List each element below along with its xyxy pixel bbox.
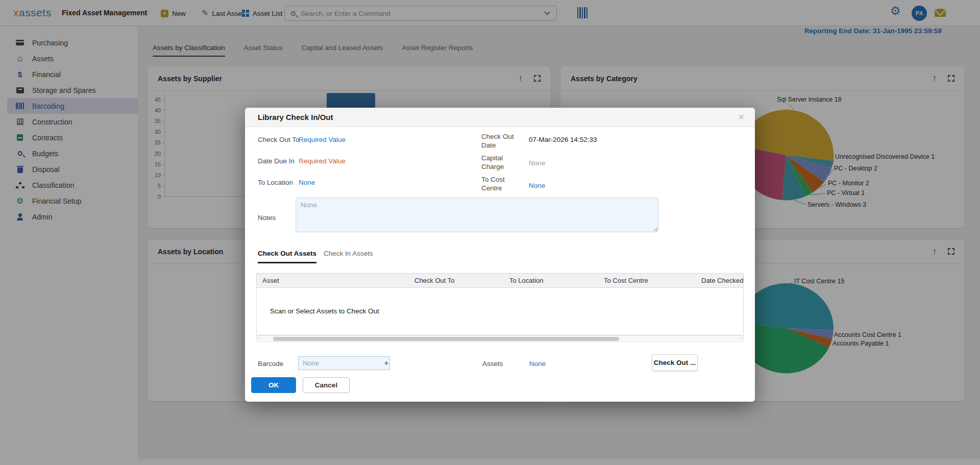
barcode-input[interactable] (298, 356, 390, 370)
column-to-cost-centre: To Cost Centre (598, 274, 696, 287)
to-cost-centre-value[interactable]: None (529, 182, 545, 189)
check-out-to-value[interactable]: Required Value (299, 136, 346, 143)
capital-charge-label: Capital Charge (481, 154, 523, 171)
notes-label: Notes (258, 214, 276, 222)
column-date-checked-out: Date Checked Out (696, 274, 743, 287)
scrollbar-thumb[interactable] (273, 337, 619, 341)
scroll-right-icon[interactable]: › (740, 336, 742, 341)
to-cost-centre-label: To Cost Centre (481, 175, 523, 192)
dialog-title: Library Check In/Out (258, 113, 333, 121)
check-out-date-value: 07-Mar-2026 14:52:33 (529, 136, 597, 143)
ok-button[interactable]: OK (251, 377, 296, 393)
assets-label: Assets (482, 360, 503, 368)
check-out-assets-table: Asset Check Out To To Location To Cost C… (256, 273, 744, 335)
to-location-value[interactable]: None (299, 179, 315, 186)
page: xassets Fixed Asset Management New ✎ Las… (0, 0, 980, 465)
table-header-row: Asset Check Out To To Location To Cost C… (257, 274, 743, 288)
spinner-icon[interactable] (384, 358, 388, 369)
tab-check-in-assets[interactable]: Check In Assets (324, 250, 373, 263)
library-check-in-out-dialog: Library Check In/Out ✕ Check Out To Requ… (245, 108, 755, 402)
barcode-label: Barcode (258, 360, 283, 368)
horizontal-scrollbar[interactable]: ‹ › (256, 335, 744, 342)
column-check-out-to: Check Out To (409, 274, 504, 287)
capital-charge-value: None (529, 159, 545, 167)
column-asset: Asset (257, 274, 409, 287)
cancel-button[interactable]: Cancel (303, 377, 350, 393)
tab-check-out-assets[interactable]: Check Out Assets (258, 250, 316, 263)
assets-value[interactable]: None (529, 360, 546, 368)
column-to-location: To Location (504, 274, 598, 287)
to-location-label: To Location (258, 179, 293, 186)
check-out-button[interactable]: Check Out ... (652, 354, 698, 371)
dialog-titlebar: Library Check In/Out ✕ (245, 108, 755, 127)
date-due-in-value[interactable]: Required Value (299, 157, 346, 165)
dialog-tabs: Check Out Assets Check In Assets (258, 250, 373, 263)
date-due-in-label: Date Due In (258, 157, 295, 165)
notes-textarea[interactable] (296, 198, 658, 232)
table-empty-text: Scan or Select Assets to Check Out (270, 307, 379, 315)
close-icon[interactable]: ✕ (738, 112, 745, 122)
check-out-to-label: Check Out To (258, 136, 300, 143)
scroll-left-icon[interactable]: ‹ (258, 336, 260, 341)
check-out-date-label: Check Out Date (481, 132, 523, 150)
table-body: Scan or Select Assets to Check Out (257, 288, 743, 335)
